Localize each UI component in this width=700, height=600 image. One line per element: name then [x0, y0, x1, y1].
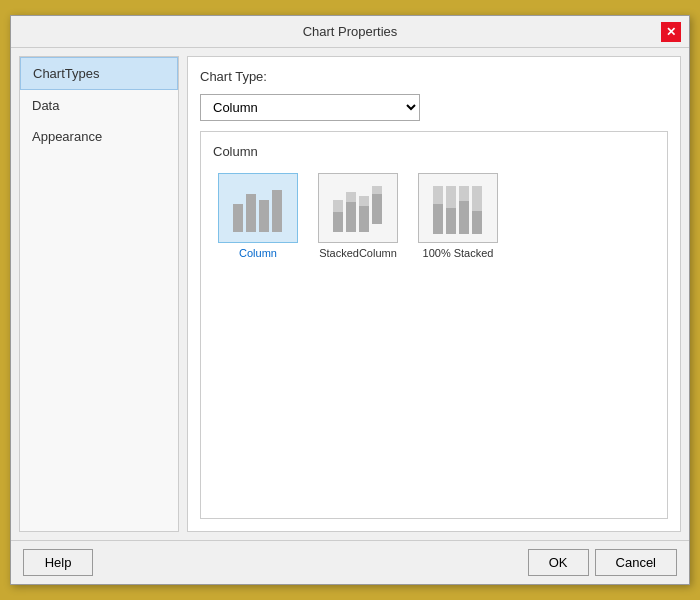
- ok-button[interactable]: OK: [528, 549, 589, 576]
- chart-icon-stacked-100: [418, 173, 498, 243]
- svg-rect-4: [333, 212, 343, 232]
- svg-rect-13: [433, 186, 443, 204]
- sidebar: ChartTypes Data Appearance: [19, 56, 179, 532]
- column-chart-icon: [228, 184, 288, 236]
- chart-item-stacked-label: StackedColumn: [319, 247, 397, 259]
- chart-icon-stacked-column: [318, 173, 398, 243]
- help-button[interactable]: Help: [23, 549, 93, 576]
- title-bar: Chart Properties ✕: [11, 16, 689, 48]
- footer-right: OK Cancel: [528, 549, 677, 576]
- svg-rect-5: [333, 200, 343, 212]
- svg-rect-7: [346, 192, 356, 202]
- chart-icon-column: [218, 173, 298, 243]
- svg-rect-2: [259, 200, 269, 232]
- sidebar-item-data[interactable]: Data: [20, 90, 178, 121]
- chart-type-select[interactable]: Column Bar Line Pie Area: [200, 94, 420, 121]
- sidebar-item-charttypes[interactable]: ChartTypes: [20, 57, 178, 90]
- close-button[interactable]: ✕: [661, 22, 681, 42]
- svg-rect-9: [359, 196, 369, 206]
- chart-item-column-label: Column: [239, 247, 277, 259]
- footer-left: Help: [23, 549, 93, 576]
- chart-items-container: Column: [213, 173, 655, 259]
- dialog-footer: Help OK Cancel: [11, 540, 689, 584]
- svg-rect-19: [472, 186, 482, 211]
- stacked-column-chart-icon: [328, 184, 388, 236]
- chart-type-select-wrapper: Column Bar Line Pie Area: [200, 94, 668, 121]
- stacked-100-chart-icon: [428, 184, 488, 236]
- sidebar-item-appearance[interactable]: Appearance: [20, 121, 178, 152]
- svg-rect-8: [359, 206, 369, 232]
- chart-type-row: Chart Type:: [200, 69, 668, 84]
- svg-rect-11: [372, 186, 382, 194]
- chart-item-stacked-100[interactable]: 100% Stacked: [413, 173, 503, 259]
- chart-type-label: Chart Type:: [200, 69, 267, 84]
- gallery-title: Column: [213, 144, 655, 159]
- dialog-body: ChartTypes Data Appearance Chart Type: C…: [11, 48, 689, 540]
- chart-item-stacked-100-label: 100% Stacked: [423, 247, 494, 259]
- cancel-button[interactable]: Cancel: [595, 549, 677, 576]
- chart-gallery: Column Column: [200, 131, 668, 519]
- main-content: Chart Type: Column Bar Line Pie Area Col…: [187, 56, 681, 532]
- svg-rect-10: [372, 194, 382, 224]
- chart-item-stacked-column[interactable]: StackedColumn: [313, 173, 403, 259]
- svg-rect-1: [246, 194, 256, 232]
- svg-rect-6: [346, 202, 356, 232]
- svg-rect-0: [233, 204, 243, 232]
- chart-item-column[interactable]: Column: [213, 173, 303, 259]
- dialog-title: Chart Properties: [39, 24, 661, 39]
- svg-rect-3: [272, 190, 282, 232]
- svg-rect-17: [459, 186, 469, 201]
- svg-rect-15: [446, 186, 456, 208]
- chart-properties-dialog: Chart Properties ✕ ChartTypes Data Appea…: [10, 15, 690, 585]
